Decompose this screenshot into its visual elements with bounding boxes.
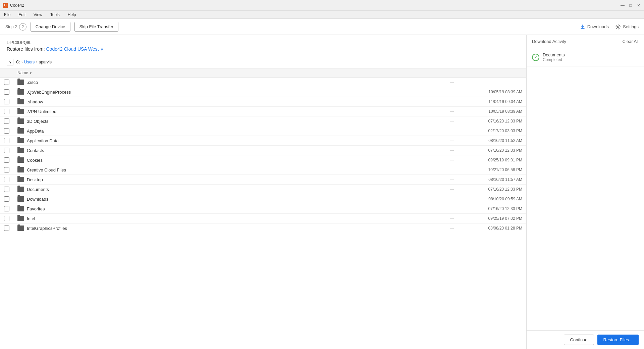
file-date: 10/05/19 08:39 AM (469, 90, 522, 94)
restore-source-link[interactable]: Code42 Cloud USA West (46, 46, 99, 52)
download-status: Completed (543, 57, 565, 62)
settings-nav[interactable]: Settings (615, 24, 639, 30)
menu-edit[interactable]: Edit (17, 12, 27, 18)
file-name-cell: Cookies (17, 157, 435, 163)
breadcrumb-current-folder: aparvis (39, 60, 52, 64)
row-checkbox[interactable] (4, 226, 9, 231)
row-checkbox[interactable] (4, 206, 9, 211)
downloads-nav[interactable]: Downloads (580, 24, 609, 30)
download-icon (580, 24, 585, 30)
table-row: Downloads — 08/10/20 09:59 AM (0, 194, 526, 204)
step-label: Step 2 (5, 24, 17, 29)
file-date: 08/10/20 11:52 AM (469, 138, 522, 143)
file-name-cell: IntelGraphicsProfiles (17, 226, 435, 231)
menu-help[interactable]: Help (66, 12, 77, 18)
file-size: — (435, 206, 469, 211)
row-checkbox[interactable] (4, 89, 9, 95)
file-size: — (435, 197, 469, 201)
svg-point-0 (618, 26, 619, 28)
file-date: 08/10/20 11:57 AM (469, 177, 522, 182)
file-name-cell: Downloads (17, 196, 435, 202)
table-row: .cisco — (0, 78, 526, 87)
file-name: Cookies (27, 158, 43, 163)
file-date: 10/21/20 06:58 PM (469, 167, 522, 172)
gear-icon (615, 24, 621, 30)
breadcrumb-toggle[interactable]: ∨ (7, 59, 13, 65)
folder-icon (17, 167, 24, 172)
source-dropdown-arrow[interactable]: ∨ (101, 47, 103, 51)
file-name-cell: Favorites (17, 206, 435, 211)
maximize-button[interactable]: □ (628, 3, 633, 8)
row-checkbox[interactable] (4, 187, 9, 192)
file-name: IntelGraphicsProfiles (27, 226, 67, 231)
menu-tools[interactable]: Tools (49, 12, 61, 18)
row-checkbox[interactable] (4, 196, 9, 202)
help-button[interactable]: ? (19, 23, 26, 31)
row-checkbox[interactable] (4, 148, 9, 153)
row-checkbox[interactable] (4, 216, 9, 221)
file-size: — (435, 177, 469, 182)
row-checkbox[interactable] (4, 167, 9, 172)
row-checkbox[interactable] (4, 109, 9, 114)
file-size: — (435, 148, 469, 153)
row-checkbox[interactable] (4, 99, 9, 104)
file-size: — (435, 109, 469, 114)
right-panel-header: Download Activity Clear All (527, 35, 644, 48)
file-size: — (435, 90, 469, 94)
window-controls: — □ ✕ (620, 3, 641, 8)
change-device-button[interactable]: Change Device (31, 22, 70, 32)
row-checkbox[interactable] (4, 157, 9, 163)
name-header[interactable]: Name ▾ (17, 70, 435, 75)
restore-prefix: Restore files from: (7, 46, 45, 52)
table-row: .VPN Unlimited — 10/05/19 08:39 AM (0, 107, 526, 116)
table-row: IntelGraphicsProfiles — 08/08/20 01:28 P… (0, 223, 526, 233)
continue-button[interactable]: Continue (564, 335, 594, 345)
file-name: Intel (27, 216, 35, 221)
breadcrumb-sep-1: › (21, 60, 23, 64)
clear-all-button[interactable]: Clear All (623, 39, 639, 44)
file-date: 09/25/19 07:02 PM (469, 216, 522, 221)
close-button[interactable]: ✕ (636, 3, 641, 8)
breadcrumb-sep-2: › (36, 60, 37, 64)
minimize-button[interactable]: — (620, 3, 625, 8)
menu-view[interactable]: View (32, 12, 44, 18)
row-checkbox[interactable] (4, 118, 9, 124)
row-checkbox[interactable] (4, 128, 9, 134)
file-name-cell: AppData (17, 128, 435, 134)
skip-file-transfer-button[interactable]: Skip File Transfer (74, 22, 118, 32)
file-name-cell: Contacts (17, 148, 435, 153)
file-date: 02/17/20 03:03 PM (469, 129, 522, 133)
settings-label: Settings (623, 24, 639, 29)
row-checkbox[interactable] (4, 138, 9, 143)
file-date: 08/10/20 09:59 AM (469, 197, 522, 201)
file-name: .cisco (27, 80, 38, 85)
table-row: Application Data — 08/10/20 11:52 AM (0, 136, 526, 146)
folder-icon (17, 177, 24, 182)
table-row: Cookies — 09/25/19 09:01 PM (0, 155, 526, 165)
row-checkbox[interactable] (4, 80, 9, 85)
right-panel: Download Activity Clear All ✓ Documents … (527, 35, 644, 349)
size-header (435, 70, 469, 75)
table-row: AppData — 02/17/20 03:03 PM (0, 126, 526, 136)
folder-icon (17, 187, 24, 192)
file-browser-header: L-PC0DPQ9L Restore files from: Code42 Cl… (0, 35, 526, 56)
file-date: 07/16/20 12:33 PM (469, 148, 522, 153)
restore-label: Restore files from: Code42 Cloud USA Wes… (7, 46, 520, 52)
file-name: .QtWebEngineProcess (27, 90, 71, 95)
file-size: — (435, 167, 469, 172)
folder-icon (17, 118, 24, 124)
file-name-cell: Intel (17, 216, 435, 221)
breadcrumb-bar: ∨ C: › Users › aparvis (0, 56, 526, 68)
file-name-cell: Creative Cloud Files (17, 167, 435, 172)
breadcrumb-users[interactable]: Users (24, 60, 35, 64)
restore-files-button[interactable]: Restore Files... (597, 335, 639, 345)
date-header (469, 70, 522, 75)
file-size: — (435, 158, 469, 162)
table-row: .shadow — 11/04/19 09:34 AM (0, 97, 526, 107)
file-size: — (435, 187, 469, 192)
row-checkbox[interactable] (4, 177, 9, 182)
toolbar: Step 2 ? Change Device Skip File Transfe… (0, 19, 644, 35)
download-name: Documents (543, 52, 565, 57)
menu-file[interactable]: File (3, 12, 12, 18)
folder-icon (17, 157, 24, 163)
